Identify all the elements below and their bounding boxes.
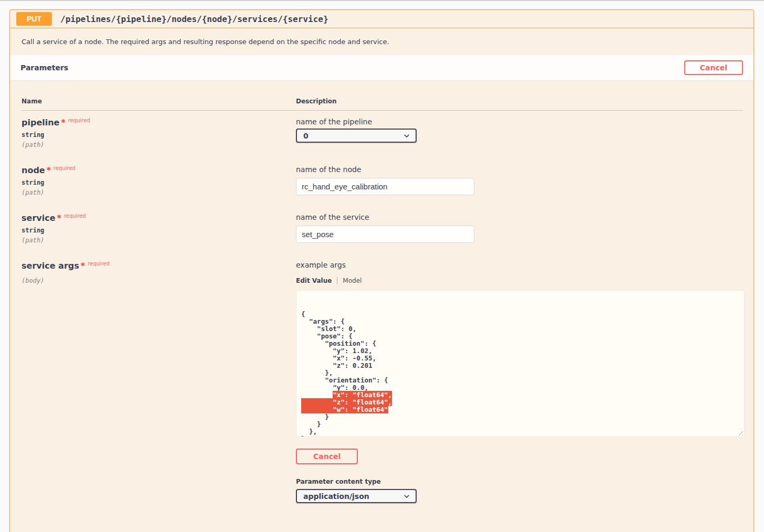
param-desc-cell: name of the pipeline 0 bbox=[296, 118, 743, 148]
param-location: (body) bbox=[22, 277, 296, 284]
code-line: }, bbox=[301, 369, 739, 377]
chevron-down-icon bbox=[403, 493, 410, 500]
code-line: }, bbox=[301, 428, 739, 435]
param-name-cell: service*required string (path) bbox=[22, 213, 296, 244]
param-description: name of the node bbox=[296, 165, 743, 174]
param-type: string bbox=[22, 227, 296, 234]
code-line: "x": -0.55, bbox=[301, 355, 739, 362]
node-name-input[interactable] bbox=[296, 178, 474, 195]
selected-text: "z": "float64", bbox=[301, 398, 392, 406]
param-location: (path) bbox=[22, 189, 296, 196]
pipeline-select-value: 0 bbox=[303, 132, 309, 140]
content-type-select-value: application/json bbox=[303, 492, 369, 501]
required-label: required bbox=[64, 213, 86, 219]
column-header-description: Description bbox=[296, 98, 743, 105]
parameters-table-header: Name Description bbox=[22, 98, 743, 111]
tab-edit-value[interactable]: Edit Value bbox=[296, 277, 332, 284]
body-editor-tabs: Edit Value Model bbox=[296, 277, 745, 284]
param-location: (path) bbox=[22, 237, 296, 244]
param-name-text: pipeline bbox=[22, 118, 59, 127]
param-name-text: service args bbox=[22, 261, 79, 271]
code-line: } bbox=[301, 421, 739, 428]
code-line: "position": { bbox=[301, 340, 739, 347]
endpoint-panel: PUT /pipelines/{pipeline}/nodes/{node}/s… bbox=[9, 9, 754, 532]
param-row-service: service*required string (path) name of t… bbox=[22, 206, 743, 254]
endpoint-summary[interactable]: PUT /pipelines/{pipeline}/nodes/{node}/s… bbox=[10, 10, 754, 28]
param-location: (path) bbox=[22, 141, 296, 148]
required-asterisk: * bbox=[81, 261, 85, 271]
required-label: required bbox=[54, 165, 76, 171]
cancel-operation-button[interactable]: Cancel bbox=[684, 60, 743, 75]
code-line: "z": 0.201 bbox=[301, 362, 739, 369]
required-asterisk: * bbox=[47, 165, 51, 175]
code-line: "y": 0.0, bbox=[301, 384, 739, 391]
code-line: "y": 1.02, bbox=[301, 347, 739, 355]
param-row-node: node*required string (path) name of the … bbox=[22, 158, 743, 206]
page-top-edge bbox=[0, 0, 764, 1]
code-line: "z": "float64", bbox=[301, 399, 739, 406]
param-name: node*required bbox=[22, 165, 296, 175]
code-line: { bbox=[301, 311, 739, 318]
code-line: "args": { bbox=[301, 318, 739, 325]
code-line: } bbox=[301, 413, 739, 421]
param-row-service-args: service args*required (body) example arg… bbox=[22, 254, 743, 513]
code-line: "slot": 0, bbox=[301, 325, 739, 333]
param-desc-cell: name of the service bbox=[296, 213, 743, 244]
param-type: string bbox=[22, 131, 296, 139]
param-name: service args*required bbox=[22, 261, 296, 271]
parameters-section-header: Parameters Cancel bbox=[10, 55, 754, 80]
selected-text: "x": "float64", bbox=[333, 391, 392, 399]
parameters-table: Name Description pipeline*required strin… bbox=[10, 80, 754, 513]
param-name: pipeline*required bbox=[22, 118, 296, 127]
code-line: "x": "float64", bbox=[301, 391, 739, 399]
param-name-cell: service args*required (body) bbox=[22, 261, 296, 503]
endpoint-path: /pipelines/{pipeline}/nodes/{node}/servi… bbox=[60, 14, 328, 24]
chevron-down-icon bbox=[403, 132, 410, 140]
param-name-text: node bbox=[22, 165, 45, 175]
code-line: "w": "float64" bbox=[301, 406, 739, 413]
endpoint-description: Call a service of a node. The required a… bbox=[10, 28, 754, 55]
param-description: name of the service bbox=[296, 213, 743, 221]
param-description: example args bbox=[296, 261, 745, 269]
param-desc-cell: name of the node bbox=[296, 165, 743, 196]
body-param-editor[interactable]: { "args": { "slot": 0, "pose": { "positi… bbox=[296, 290, 745, 437]
tab-divider bbox=[337, 277, 337, 284]
code-line: "pose": { bbox=[301, 333, 739, 340]
param-row-pipeline: pipeline*required string (path) name of … bbox=[22, 111, 743, 158]
content-type-label: Parameter content type bbox=[296, 478, 745, 485]
http-method-badge: PUT bbox=[16, 12, 52, 26]
selected-text: "w": "float64" bbox=[301, 406, 388, 413]
param-description: name of the pipeline bbox=[296, 118, 743, 126]
param-name: service*required bbox=[22, 213, 296, 223]
required-asterisk: * bbox=[57, 213, 61, 223]
required-label: required bbox=[68, 118, 90, 123]
param-name-text: service bbox=[22, 213, 56, 223]
tab-model[interactable]: Model bbox=[343, 277, 362, 284]
service-name-input[interactable] bbox=[296, 226, 474, 243]
param-desc-cell: example args Edit Value Model { "args": … bbox=[296, 261, 745, 503]
param-type: string bbox=[22, 179, 296, 186]
param-name-cell: node*required string (path) bbox=[22, 165, 296, 196]
content-type-select[interactable]: application/json bbox=[296, 489, 417, 503]
parameters-title: Parameters bbox=[20, 63, 68, 72]
pipeline-select[interactable]: 0 bbox=[296, 129, 417, 143]
column-header-name: Name bbox=[22, 98, 296, 105]
code-line: "orientation": { bbox=[301, 377, 739, 384]
param-name-cell: pipeline*required string (path) bbox=[22, 118, 296, 148]
required-asterisk: * bbox=[61, 118, 65, 127]
code-line: } bbox=[301, 435, 739, 437]
required-label: required bbox=[88, 261, 110, 267]
content-type-block: Parameter content type application/json bbox=[296, 478, 745, 503]
cancel-body-edit-button[interactable]: Cancel bbox=[296, 449, 358, 464]
